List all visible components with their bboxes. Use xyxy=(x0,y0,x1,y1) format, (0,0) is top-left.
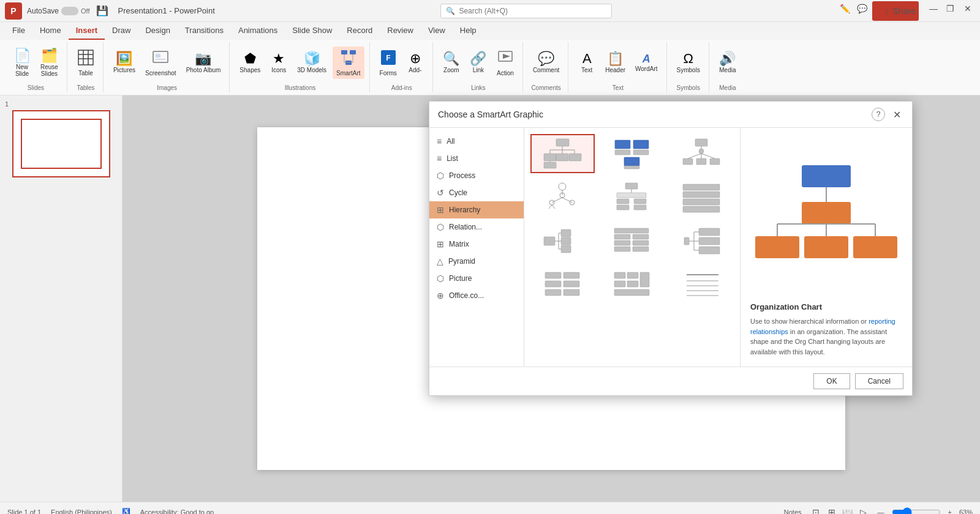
svg-point-49 xyxy=(560,193,565,198)
slide-thumbnail[interactable] xyxy=(12,110,110,177)
shape-hierarchy-5[interactable] xyxy=(600,266,664,305)
category-hierarchy[interactable]: ⊞ Hierarchy xyxy=(429,201,524,218)
category-picture[interactable]: ⬡ Picture xyxy=(429,270,524,287)
shape-hierarchy-2[interactable] xyxy=(530,178,595,217)
autosave-state: Off xyxy=(81,7,89,15)
symbols-group-items: Ω Symbols xyxy=(673,42,704,83)
action-button[interactable]: Action xyxy=(493,47,518,79)
zoom-out-button[interactable]: — xyxy=(878,508,884,515)
shape-vertical-bracket[interactable] xyxy=(669,222,734,261)
svg-rect-103 xyxy=(614,289,649,296)
dialog-close-button[interactable]: ✕ xyxy=(890,108,903,121)
svg-rect-44 xyxy=(683,158,693,165)
presentation-view-button[interactable]: ▷ xyxy=(857,505,870,515)
shape-labeled-hierarchy[interactable] xyxy=(600,178,664,217)
category-pyramid[interactable]: △ Pyramid xyxy=(429,253,524,270)
reading-view-button[interactable]: 📖 xyxy=(841,505,854,515)
reuse-slides-icon: 🗂️ xyxy=(41,49,58,62)
shape-labeled-hierarchy-2[interactable] xyxy=(600,222,664,261)
symbols-button[interactable]: Ω Symbols xyxy=(673,50,704,76)
slide-panel: 1 xyxy=(0,95,123,502)
link-button[interactable]: 🔗 Link xyxy=(466,50,491,76)
wordart-button[interactable]: A WordArt xyxy=(631,51,662,75)
screenshot-icon xyxy=(152,49,169,69)
dialog-title-bar: Choose a SmartArt Graphic ? ✕ xyxy=(429,102,912,128)
media-icon: 🔊 xyxy=(719,52,736,65)
comment-button[interactable]: 💬 Comment xyxy=(529,50,563,76)
category-picture-label: Picture xyxy=(449,274,472,283)
category-all[interactable]: ≡ All xyxy=(429,133,524,150)
tab-insert[interactable]: Insert xyxy=(69,22,105,40)
search-input[interactable] xyxy=(459,7,606,15)
svg-rect-84 xyxy=(699,237,720,245)
category-cycle[interactable]: ↺ Cycle xyxy=(429,184,524,201)
minimize-button[interactable]: — xyxy=(926,1,941,16)
shape-text-hierarchy[interactable] xyxy=(669,266,734,305)
new-slide-button[interactable]: 📄 NewSlide xyxy=(10,47,34,80)
shape-name-and-title[interactable] xyxy=(600,134,664,173)
text-group-label: Text xyxy=(612,84,624,92)
shape-table-hierarchy[interactable] xyxy=(669,178,734,217)
zoom-in-button[interactable]: + xyxy=(948,508,952,515)
smartart-button[interactable]: SmartArt xyxy=(333,47,364,79)
tab-draw[interactable]: Draw xyxy=(105,22,138,40)
icons-button[interactable]: ★ Icons xyxy=(266,50,291,76)
category-relation[interactable]: ⬡ Relation... xyxy=(429,218,524,236)
shape-half-circle[interactable] xyxy=(669,134,734,173)
svg-rect-30 xyxy=(544,162,556,168)
forms-button[interactable]: F Forms xyxy=(376,47,401,79)
tab-file[interactable]: File xyxy=(5,22,32,40)
comment-icon[interactable]: 💬 xyxy=(855,1,870,16)
text-button[interactable]: A Text xyxy=(575,50,599,76)
restore-button[interactable]: ❐ xyxy=(943,1,958,16)
pictures-button[interactable]: 🖼️ Pictures xyxy=(110,50,139,76)
search-bar[interactable]: 🔍 xyxy=(440,4,612,18)
shape-hierarchy-4[interactable] xyxy=(530,266,595,305)
slide-sorter-button[interactable]: ⊞ xyxy=(825,505,839,515)
tab-design[interactable]: Design xyxy=(138,22,177,40)
tab-view[interactable]: View xyxy=(421,22,453,40)
3d-models-button[interactable]: 🧊 3D Models xyxy=(293,50,330,76)
category-process[interactable]: ⬡ Process xyxy=(429,167,524,184)
tab-review[interactable]: Review xyxy=(380,22,421,40)
shapes-button[interactable]: ⬟ Shapes xyxy=(236,50,264,76)
photo-album-button[interactable]: 📷 Photo Album xyxy=(183,50,225,76)
svg-rect-27 xyxy=(544,154,556,161)
close-button[interactable]: ✕ xyxy=(960,1,975,16)
shape-org-chart[interactable] xyxy=(530,134,595,173)
screenshot-button[interactable]: Screenshot xyxy=(141,47,180,79)
reuse-slides-button[interactable]: 🗂️ ReuseSlides xyxy=(37,47,62,80)
cancel-button[interactable]: Cancel xyxy=(855,373,903,389)
tab-animations[interactable]: Animations xyxy=(231,22,285,40)
header-button[interactable]: 📋 Header xyxy=(601,50,629,76)
add-ins-button[interactable]: ⊕ Add- xyxy=(403,50,428,76)
tab-slideshow[interactable]: Slide Show xyxy=(285,22,339,40)
comments-group-label: Comments xyxy=(531,84,560,92)
media-button[interactable]: 🔊 Media xyxy=(715,50,740,76)
normal-view-button[interactable]: ⊡ xyxy=(809,505,823,515)
tab-transitions[interactable]: Transitions xyxy=(178,22,231,40)
save-icon[interactable]: 💾 xyxy=(96,5,108,17)
tab-record[interactable]: Record xyxy=(339,22,380,40)
zoom-slider[interactable] xyxy=(892,507,941,515)
notes-button[interactable]: Notes xyxy=(784,508,802,515)
view-buttons: ⊡ ⊞ 📖 ▷ xyxy=(809,505,870,515)
svg-rect-95 xyxy=(564,281,579,287)
tab-help[interactable]: Help xyxy=(453,22,484,40)
category-list[interactable]: ≡ List xyxy=(429,150,524,167)
autosave-toggle[interactable] xyxy=(61,7,78,15)
pen-icon[interactable]: ✏️ xyxy=(838,1,853,16)
share-button[interactable]: ↑ Share xyxy=(872,1,919,21)
ok-button[interactable]: OK xyxy=(813,373,850,389)
zoom-button[interactable]: 🔍 Zoom xyxy=(439,50,464,76)
photo-album-icon: 📷 xyxy=(195,52,211,65)
symbols-group-label: Symbols xyxy=(677,84,700,92)
svg-rect-77 xyxy=(614,234,630,239)
category-matrix[interactable]: ⊞ Matrix xyxy=(429,236,524,253)
category-office[interactable]: ⊕ Office.co... xyxy=(429,287,524,304)
images-group-label: Images xyxy=(157,84,177,92)
shape-horizontal-hierarchy[interactable] xyxy=(530,222,595,261)
table-button[interactable]: Table xyxy=(74,47,98,79)
dialog-help-button[interactable]: ? xyxy=(872,108,885,121)
tab-home[interactable]: Home xyxy=(32,22,69,40)
